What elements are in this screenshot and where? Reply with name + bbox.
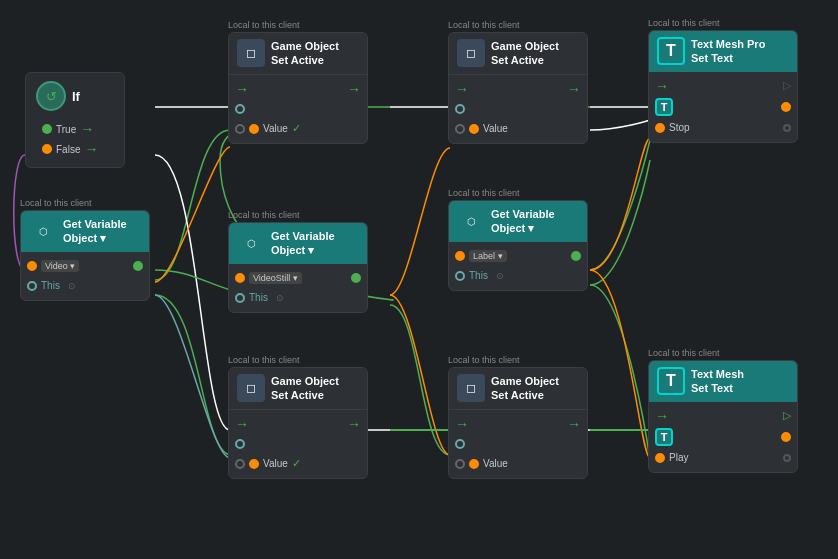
get-var-1-row2: This bbox=[41, 280, 60, 291]
game-obj-1-outer: Local to this client ◻ Game Object Set A… bbox=[228, 20, 300, 32]
false-label: False bbox=[56, 144, 80, 155]
game-obj-1-icon: ◻ bbox=[237, 39, 265, 67]
game-obj-3-check: ✓ bbox=[292, 457, 301, 470]
game-obj-3-header: ◻ Game Object Set Active bbox=[229, 368, 367, 410]
game-obj-4-header: ◻ Game Object Set Active bbox=[449, 368, 587, 410]
game-obj-1-title2: Set Active bbox=[271, 53, 339, 67]
text-mesh-2-t-port: T bbox=[655, 428, 673, 446]
true-arrow: → bbox=[80, 121, 94, 137]
get-var-2-header: ⬡ Get Variable Object ▾ bbox=[229, 223, 367, 264]
if-node: ↺ If True → False → bbox=[25, 72, 125, 168]
text-mesh-1-t-port: T bbox=[655, 98, 673, 116]
get-var-1-icon: ⬡ bbox=[29, 217, 57, 245]
game-obj-3-title2: Set Active bbox=[271, 388, 339, 402]
get-var-1-above: Local to this client bbox=[20, 198, 92, 208]
game-obj-1-check: ✓ bbox=[292, 122, 301, 135]
game-obj-2-title1: Game Object bbox=[491, 39, 559, 53]
get-var-1-node: ⬡ Get Variable Object ▾ Video ▾ This ⊙ bbox=[20, 210, 150, 301]
text-mesh-1-node: T Text Mesh Pro Set Text → ▷ T Stop bbox=[648, 30, 798, 143]
text-mesh-2-title2: Set Text bbox=[691, 381, 744, 395]
game-obj-4-outer: Local to this client ◻ Game Object Set A… bbox=[448, 355, 520, 367]
get-var-2-node: ⬡ Get Variable Object ▾ VideoStill ▾ Thi… bbox=[228, 222, 368, 313]
get-var-2-row1[interactable]: VideoStill ▾ bbox=[249, 272, 302, 284]
game-obj-4-above: Local to this client bbox=[448, 355, 520, 365]
game-obj-2-icon: ◻ bbox=[457, 39, 485, 67]
game-obj-1-header: ◻ Game Object Set Active bbox=[229, 33, 367, 75]
text-mesh-1-title1: Text Mesh Pro bbox=[691, 37, 765, 51]
text-mesh-1-icon: T bbox=[657, 37, 685, 65]
get-var-3-row1[interactable]: Label ▾ bbox=[469, 250, 507, 262]
game-obj-3-title1: Game Object bbox=[271, 374, 339, 388]
text-mesh-2-icon: T bbox=[657, 367, 685, 395]
game-obj-3-out-arrow: → bbox=[347, 416, 361, 432]
node-canvas: ↺ If True → False → Local to this client… bbox=[0, 0, 838, 559]
get-var-3-node: ⬡ Get Variable Object ▾ Label ▾ This ⊙ bbox=[448, 200, 588, 291]
get-var-1-title2: Object ▾ bbox=[63, 231, 127, 245]
text-mesh-2-in-arrow: → bbox=[655, 408, 669, 424]
game-obj-1-title1: Game Object bbox=[271, 39, 339, 53]
get-var-3-title1: Get Variable bbox=[491, 207, 555, 221]
game-obj-3-outer: Local to this client ◻ Game Object Set A… bbox=[228, 355, 300, 367]
game-obj-1-in-arrow: → bbox=[235, 81, 249, 97]
game-obj-2-title2: Set Active bbox=[491, 53, 559, 67]
text-mesh-2-play: Play bbox=[669, 452, 688, 463]
get-var-1-outer: Local to this client ⬡ Get Variable Obje… bbox=[20, 198, 92, 210]
game-obj-1-node: ◻ Game Object Set Active → → Value bbox=[228, 32, 368, 144]
text-mesh-2-title1: Text Mesh bbox=[691, 367, 744, 381]
get-var-3-outer: Local to this client ⬡ Get Variable Obje… bbox=[448, 188, 520, 200]
true-label: True bbox=[56, 124, 76, 135]
if-label: If bbox=[72, 89, 80, 104]
text-mesh-2-tri-out: ▷ bbox=[783, 409, 791, 422]
game-obj-2-value: Value bbox=[483, 123, 508, 134]
game-obj-2-outer: Local to this client ◻ Game Object Set A… bbox=[448, 20, 520, 32]
get-var-2-outer: Local to this client ⬡ Get Variable Obje… bbox=[228, 210, 300, 222]
game-obj-4-in-arrow: → bbox=[455, 416, 469, 432]
game-obj-2-header: ◻ Game Object Set Active bbox=[449, 33, 587, 75]
get-var-3-header: ⬡ Get Variable Object ▾ bbox=[449, 201, 587, 242]
game-obj-1-value: Value bbox=[263, 123, 288, 134]
text-mesh-1-header: T Text Mesh Pro Set Text bbox=[649, 31, 797, 72]
game-obj-4-title1: Game Object bbox=[491, 374, 559, 388]
get-var-2-title1: Get Variable bbox=[271, 229, 335, 243]
game-obj-4-value: Value bbox=[483, 458, 508, 469]
text-mesh-2-above: Local to this client bbox=[648, 348, 720, 358]
get-var-1-title1: Get Variable bbox=[63, 217, 127, 231]
text-mesh-1-title2: Set Text bbox=[691, 51, 765, 65]
get-var-2-above: Local to this client bbox=[228, 210, 300, 220]
if-icon: ↺ bbox=[36, 81, 66, 111]
text-mesh-1-outer: Local to this client T Text Mesh Pro Set… bbox=[648, 18, 720, 30]
game-obj-4-out-arrow: → bbox=[567, 416, 581, 432]
game-obj-2-out-arrow: → bbox=[567, 81, 581, 97]
get-var-3-icon: ⬡ bbox=[457, 207, 485, 235]
get-var-2-icon: ⬡ bbox=[237, 229, 265, 257]
game-obj-3-in-arrow: → bbox=[235, 416, 249, 432]
game-obj-4-node: ◻ Game Object Set Active → → Value bbox=[448, 367, 588, 479]
get-var-2-row2: This bbox=[249, 292, 268, 303]
text-mesh-1-in-arrow: → bbox=[655, 78, 669, 94]
game-obj-3-value: Value bbox=[263, 458, 288, 469]
game-obj-2-node: ◻ Game Object Set Active → → Value bbox=[448, 32, 588, 144]
game-obj-3-icon: ◻ bbox=[237, 374, 265, 402]
text-mesh-1-above: Local to this client bbox=[648, 18, 720, 28]
game-obj-1-above: Local to this client bbox=[228, 20, 300, 30]
get-var-1-row1[interactable]: Video ▾ bbox=[41, 260, 79, 272]
text-mesh-2-header: T Text Mesh Set Text bbox=[649, 361, 797, 402]
game-obj-1-out-arrow: → bbox=[347, 81, 361, 97]
get-var-3-row2: This bbox=[469, 270, 488, 281]
game-obj-4-title2: Set Active bbox=[491, 388, 559, 402]
game-obj-4-icon: ◻ bbox=[457, 374, 485, 402]
game-obj-3-above: Local to this client bbox=[228, 355, 300, 365]
get-var-3-title2: Object ▾ bbox=[491, 221, 555, 235]
text-mesh-2-node: T Text Mesh Set Text → ▷ T Play bbox=[648, 360, 798, 473]
text-mesh-2-outer: Local to this client T Text Mesh Set Tex… bbox=[648, 348, 720, 360]
false-arrow: → bbox=[84, 141, 98, 157]
game-obj-2-in-arrow: → bbox=[455, 81, 469, 97]
get-var-2-title2: Object ▾ bbox=[271, 243, 335, 257]
get-var-1-header: ⬡ Get Variable Object ▾ bbox=[21, 211, 149, 252]
text-mesh-1-stop: Stop bbox=[669, 122, 690, 133]
get-var-3-above: Local to this client bbox=[448, 188, 520, 198]
game-obj-2-above: Local to this client bbox=[448, 20, 520, 30]
game-obj-3-node: ◻ Game Object Set Active → → Value bbox=[228, 367, 368, 479]
text-mesh-1-tri-out: ▷ bbox=[783, 79, 791, 92]
